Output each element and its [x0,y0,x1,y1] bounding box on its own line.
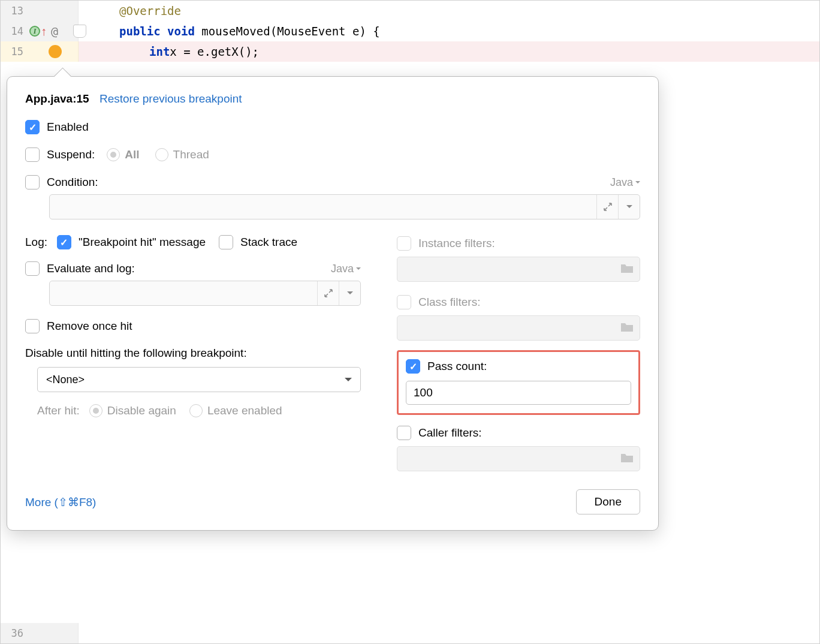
code-line-14: 14 I ↑ @ public void mouseMoved(MouseEve… [1,21,819,41]
expand-icon[interactable] [317,281,339,305]
breakpoint-icon[interactable] [49,45,62,58]
done-button[interactable]: Done [576,489,640,514]
folder-icon[interactable] [620,452,634,466]
caller-filters-label: Caller filters: [418,426,482,440]
log-stack-trace-checkbox[interactable] [219,235,233,249]
evaluate-input[interactable] [50,281,317,305]
suspend-row: Suspend: All Thread [25,148,640,162]
folder-icon[interactable] [620,263,634,276]
line-number: 15 [1,46,27,58]
class-filters-checkbox[interactable] [397,295,411,309]
log-stack-label: Stack trace [240,236,297,249]
instance-filters-checkbox[interactable] [397,236,411,251]
line-number: 13 [1,5,27,17]
instance-filters-label: Instance filters: [418,237,495,250]
line-number: 36 [1,627,27,639]
remove-once-row: Remove once hit [25,319,361,333]
evaluate-and-log-checkbox[interactable] [25,261,40,276]
pass-count-label: Pass count: [427,360,487,373]
class-filters-label: Class filters: [418,296,480,309]
suspend-thread-label: Thread [173,148,209,161]
suspend-all-label: All [125,148,139,161]
after-leave-label: Leave enabled [207,404,282,417]
after-disable-label: Disable again [107,404,176,417]
caller-filters-checkbox[interactable] [397,426,411,440]
gutter[interactable]: 36 [1,623,79,643]
condition-input-shell [49,194,640,219]
condition-header: Condition: Java [25,175,640,189]
log-row: Log: "Breakpoint hit" message Stack trac… [25,235,361,249]
caller-filters-row: Caller filters: [397,426,640,440]
log-bp-hit-label: "Breakpoint hit" message [79,236,206,249]
suspend-thread-radio[interactable] [155,148,168,161]
suspend-all-radio[interactable] [107,148,120,161]
code-text[interactable]: public void mouseMoved(MouseEvent e) { [79,25,819,38]
pass-count-highlight: Pass count: [397,350,640,415]
gutter[interactable]: 14 I ↑ @ [1,21,79,41]
log-label: Log: [25,236,47,249]
implement-method-icon[interactable]: I [29,26,40,37]
condition-checkbox[interactable] [25,175,40,189]
enabled-checkbox[interactable] [25,120,40,134]
enabled-row: Enabled [25,120,640,134]
more-link[interactable]: More (⇧⌘F8) [25,495,96,509]
restore-previous-breakpoint-link[interactable]: Restore previous breakpoint [100,92,242,105]
remove-once-label: Remove once hit [47,320,132,333]
code-line-13: 13 @Override [1,1,819,21]
evaluate-header: Evaluate and log: Java [25,261,361,276]
code-editor: 13 @Override 14 I ↑ @ public void mouseM… [1,1,819,62]
after-hit-leave-enabled-radio[interactable] [189,404,203,417]
remove-once-hit-checkbox[interactable] [25,319,40,333]
shield-gutter-icon[interactable] [73,25,86,38]
history-dropdown-icon[interactable] [618,195,640,219]
suspend-checkbox[interactable] [25,148,40,162]
enabled-label: Enabled [47,121,89,134]
pass-count-row: Pass count: [406,359,631,374]
class-filters-row: Class filters: [397,295,640,309]
popup-footer: More (⇧⌘F8) Done [25,489,640,514]
caller-filters-input[interactable] [397,446,640,471]
pass-count-checkbox[interactable] [406,359,420,374]
condition-language-dropdown[interactable]: Java [610,176,640,189]
code-line-15: 15 int x = e.getX(); [1,41,819,62]
gutter[interactable]: 13 [1,1,79,21]
after-hit-disable-again-radio[interactable] [89,404,103,417]
code-text[interactable]: @Override [79,4,819,17]
evaluate-label: Evaluate and log: [47,262,135,275]
instance-filters-input[interactable] [397,257,640,282]
after-hit-row: After hit: Disable again Leave enabled [37,404,361,417]
breakpoint-settings-popup: App.java:15 Restore previous breakpoint … [7,76,659,531]
code-text[interactable]: int x = e.getX(); [79,41,819,62]
disable-until-select[interactable]: <None> [37,367,361,392]
evaluate-input-shell [49,281,361,306]
pass-count-input[interactable] [406,381,631,405]
disable-until-value: <None> [46,374,85,386]
suspend-label: Suspend: [47,148,95,161]
condition-label: Condition: [47,176,98,189]
popup-title-row: App.java:15 Restore previous breakpoint [25,92,640,106]
condition-input[interactable] [50,195,596,219]
history-dropdown-icon[interactable] [339,281,360,305]
gutter[interactable]: 15 [1,41,79,62]
disable-until-label: Disable until hitting the following brea… [25,347,361,360]
expand-icon[interactable] [596,195,618,219]
line-number: 14 [1,25,27,37]
log-breakpoint-hit-checkbox[interactable] [57,235,71,249]
override-up-arrow-icon[interactable]: ↑ [41,25,47,38]
left-column: Log: "Breakpoint hit" message Stack trac… [25,235,361,471]
folder-icon[interactable] [620,321,634,335]
right-column: Instance filters: Class filters: Pass [397,235,640,471]
class-filters-input[interactable] [397,315,640,341]
annotation-icon[interactable]: @ [51,24,58,38]
evaluate-language-dropdown[interactable]: Java [331,263,361,275]
two-column-area: Log: "Breakpoint hit" message Stack trac… [25,235,640,471]
instance-filters-row: Instance filters: [397,236,640,251]
breakpoint-location: App.java:15 [25,92,89,105]
after-hit-label: After hit: [37,404,80,417]
